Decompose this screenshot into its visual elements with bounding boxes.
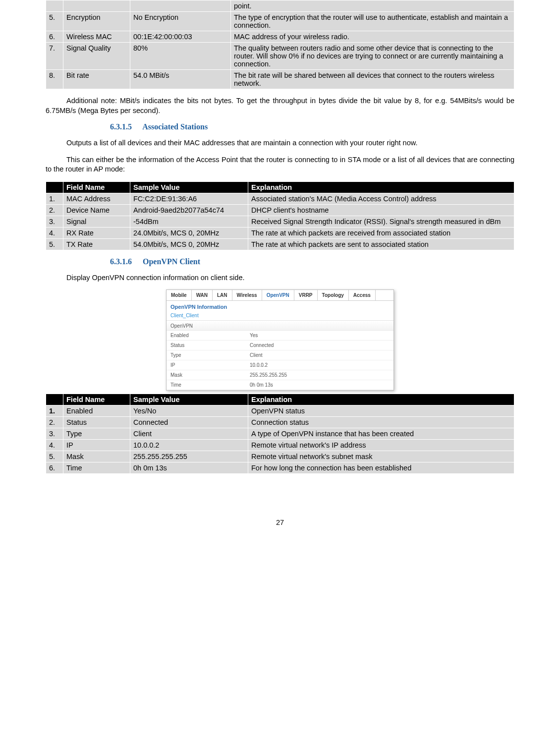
explanation: The type of encryption that the router w…: [231, 12, 514, 31]
table-row: 5. TX Rate 54.0Mbit/s, MCS 0, 20MHz The …: [46, 238, 514, 250]
sample-value: Connected: [130, 417, 248, 428]
row-value: 255.255.255.255: [250, 372, 390, 378]
sample-value: 00:1E:42:00:00:03: [130, 31, 231, 43]
field-name: Bit rate: [63, 70, 130, 89]
table-row: 6. Time 0h 0m 13s For how long the conne…: [46, 462, 514, 474]
row-value: 10.0.0.2: [250, 362, 390, 368]
tab-wireless[interactable]: Wireless: [232, 290, 262, 300]
row-key: Enabled: [170, 333, 250, 338]
table-row: 1. MAC Address FC:C2:DE:91:36:A6 Associa…: [46, 193, 514, 204]
body-paragraph: Outputs a list of all devices and their …: [46, 138, 514, 148]
screenshot-row: IP 10.0.0.2: [167, 360, 393, 370]
tab-vrrp[interactable]: VRRP: [294, 290, 318, 300]
sample-value: 54.0Mbit/s, MCS 0, 20MHz: [130, 238, 248, 250]
col-field-name: Field Name: [63, 394, 130, 405]
col-sample-value: Sample Value: [130, 181, 248, 193]
screenshot-row: Time 0h 0m 13s: [167, 380, 393, 390]
tab-lan[interactable]: LAN: [213, 290, 232, 300]
table-header-row: Field Name Sample Value Explanation: [46, 181, 514, 193]
explanation: DHCP client's hostname: [248, 204, 514, 216]
explanation: A type of OpenVPN instance that has been…: [248, 428, 514, 440]
sample-value: [130, 0, 231, 12]
body-paragraph: This can either be the information of th…: [46, 155, 514, 174]
field-name: IP: [63, 440, 130, 451]
field-name: Encryption: [63, 12, 130, 31]
table-row: 7. Signal Quality 80% The quality betwee…: [46, 43, 514, 70]
sample-value: 10.0.0.2: [130, 440, 248, 451]
screenshot-section-label: OpenVPN: [167, 321, 393, 331]
field-name: Enabled: [63, 405, 130, 417]
explanation: The bit rate will be shared between all …: [231, 70, 514, 89]
field-name: Signal: [63, 216, 130, 227]
sample-value: No Encryption: [130, 12, 231, 31]
section-title: OpenVPN Client: [143, 257, 200, 266]
sample-value: 0h 0m 13s: [130, 462, 248, 474]
field-name: Wireless MAC: [63, 31, 130, 43]
col-explanation: Explanation: [248, 181, 514, 193]
row-number: 4.: [46, 440, 63, 451]
col-explanation: Explanation: [248, 394, 514, 405]
row-number: 3.: [46, 216, 63, 227]
screenshot-row: Type Client: [167, 350, 393, 360]
field-name: TX Rate: [63, 238, 130, 250]
sample-value: 80%: [130, 43, 231, 70]
sample-value: -54dBm: [130, 216, 248, 227]
field-name: Mask: [63, 451, 130, 462]
field-name: Type: [63, 428, 130, 440]
table-row: 6. Wireless MAC 00:1E:42:00:00:03 MAC ad…: [46, 31, 514, 43]
table-row: 3. Signal -54dBm Received Signal Strengt…: [46, 216, 514, 227]
row-key: IP: [170, 362, 250, 368]
tab-access[interactable]: Access: [349, 290, 376, 300]
row-number: 3.: [46, 428, 63, 440]
screenshot-row: Status Connected: [167, 341, 393, 350]
col-field-name: Field Name: [63, 181, 130, 193]
sample-value: Client: [130, 428, 248, 440]
tab-topology[interactable]: Topology: [318, 290, 349, 300]
row-number: 1.: [46, 405, 63, 417]
section-number: 6.3.1.5: [110, 122, 132, 131]
row-number: 2.: [46, 204, 63, 216]
blank-header: [46, 181, 63, 193]
row-number: 8.: [46, 70, 63, 89]
row-value: 0h 0m 13s: [250, 382, 390, 388]
explanation: For how long the connection has been est…: [248, 462, 514, 474]
row-number: 6.: [46, 462, 63, 474]
explanation: Received Signal Strength Indicator (RSSI…: [248, 216, 514, 227]
explanation: Associated station's MAC (Media Access C…: [248, 193, 514, 204]
sample-value: FC:C2:DE:91:36:A6: [130, 193, 248, 204]
row-value: Client: [250, 352, 390, 358]
row-key: Type: [170, 352, 250, 358]
sample-value: 255.255.255.255: [130, 451, 248, 462]
explanation: The quality between routers radio and so…: [231, 43, 514, 70]
tab-openvpn[interactable]: OpenVPN: [262, 290, 294, 300]
col-sample-value: Sample Value: [130, 394, 248, 405]
blank-header: [46, 394, 63, 405]
wireless-table: point. 5. Encryption No Encryption The t…: [46, 0, 514, 89]
tab-mobile[interactable]: Mobile: [167, 290, 192, 300]
row-number: 6.: [46, 31, 63, 43]
openvpn-screenshot: Mobile WAN LAN Wireless OpenVPN VRRP Top…: [166, 289, 394, 391]
field-name: Status: [63, 417, 130, 428]
explanation: The rate at which packets are sent to as…: [248, 238, 514, 250]
screenshot-subtab[interactable]: Client_Client: [167, 311, 393, 321]
screenshot-tabs: Mobile WAN LAN Wireless OpenVPN VRRP Top…: [167, 290, 393, 301]
explanation: Connection status: [248, 417, 514, 428]
field-name: [63, 0, 130, 12]
table-row: 5. Mask 255.255.255.255 Remote virtual n…: [46, 451, 514, 462]
row-number: 2.: [46, 417, 63, 428]
row-key: Mask: [170, 372, 250, 378]
field-name: RX Rate: [63, 227, 130, 238]
row-number: 1.: [46, 193, 63, 204]
body-paragraph: Display OpenVPN connection information o…: [46, 273, 514, 283]
row-number: 4.: [46, 227, 63, 238]
table-row: 2. Status Connected Connection status: [46, 417, 514, 428]
sample-value: 54.0 MBit/s: [130, 70, 231, 89]
explanation: point.: [231, 0, 514, 12]
row-value: Yes: [250, 333, 390, 338]
note-paragraph: Additional note: MBit/s indicates the bi…: [46, 96, 514, 115]
row-number: 5.: [46, 238, 63, 250]
table-row: 2. Device Name Android-9aed2b2077a54c74 …: [46, 204, 514, 216]
section-heading-associated-stations: 6.3.1.5 Associated Stations: [110, 122, 514, 131]
tab-wan[interactable]: WAN: [192, 290, 213, 300]
explanation: The rate at which packets are received f…: [248, 227, 514, 238]
